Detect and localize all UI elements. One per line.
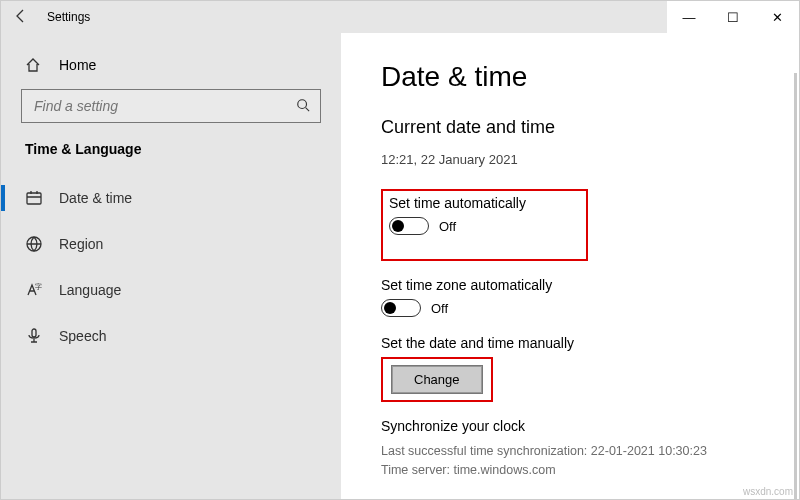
manual-label: Set the date and time manually bbox=[381, 335, 771, 351]
close-button[interactable]: ✕ bbox=[755, 1, 799, 33]
auto-tz-state: Off bbox=[431, 301, 448, 316]
highlight-auto-time: Set time automatically Off bbox=[381, 189, 588, 261]
auto-tz-label: Set time zone automatically bbox=[381, 277, 771, 293]
sidebar-item-speech[interactable]: Speech bbox=[1, 313, 341, 359]
home-label: Home bbox=[59, 57, 96, 73]
sidebar-item-label: Region bbox=[59, 236, 103, 252]
back-button[interactable] bbox=[1, 8, 41, 27]
section-current-title: Current date and time bbox=[381, 117, 771, 138]
minimize-button[interactable]: — bbox=[667, 1, 711, 33]
content-pane: Date & time Current date and time 12:21,… bbox=[341, 33, 799, 499]
sync-title: Synchronize your clock bbox=[381, 418, 771, 434]
sync-server: Time server: time.windows.com bbox=[381, 461, 771, 480]
change-button[interactable]: Change bbox=[391, 365, 483, 394]
sidebar-item-label: Speech bbox=[59, 328, 106, 344]
svg-rect-4 bbox=[32, 329, 36, 337]
sidebar-item-date-time[interactable]: Date & time bbox=[1, 175, 341, 221]
sidebar-item-label: Language bbox=[59, 282, 121, 298]
mic-icon bbox=[25, 327, 43, 345]
sidebar-item-region[interactable]: Region bbox=[1, 221, 341, 267]
page-title: Date & time bbox=[381, 61, 771, 93]
svg-point-0 bbox=[298, 99, 307, 108]
search-box[interactable] bbox=[21, 89, 321, 123]
auto-tz-toggle[interactable] bbox=[381, 299, 421, 317]
clock-icon bbox=[25, 189, 43, 207]
language-icon: 字 bbox=[25, 281, 43, 299]
scrollbar[interactable] bbox=[794, 73, 797, 499]
titlebar: Settings — ☐ ✕ bbox=[1, 1, 799, 33]
category-title: Time & Language bbox=[1, 133, 341, 175]
sync-last: Last successful time synchronization: 22… bbox=[381, 442, 771, 461]
globe-icon bbox=[25, 235, 43, 253]
maximize-button[interactable]: ☐ bbox=[711, 1, 755, 33]
auto-time-toggle[interactable] bbox=[389, 217, 429, 235]
sidebar-item-label: Date & time bbox=[59, 190, 132, 206]
sidebar-item-language[interactable]: 字 Language bbox=[1, 267, 341, 313]
svg-text:字: 字 bbox=[35, 283, 42, 290]
auto-time-state: Off bbox=[439, 219, 456, 234]
search-input[interactable] bbox=[32, 97, 296, 115]
home-nav[interactable]: Home bbox=[1, 45, 341, 85]
window-title: Settings bbox=[41, 10, 90, 24]
auto-time-label: Set time automatically bbox=[389, 195, 526, 211]
search-icon bbox=[296, 98, 310, 115]
sidebar: Home Time & Language Date & time Region bbox=[1, 33, 341, 499]
home-icon bbox=[25, 57, 43, 73]
watermark: wsxdn.com bbox=[743, 486, 793, 497]
highlight-change: Change bbox=[381, 357, 493, 402]
svg-rect-1 bbox=[27, 193, 41, 204]
current-datetime: 12:21, 22 January 2021 bbox=[381, 152, 771, 167]
